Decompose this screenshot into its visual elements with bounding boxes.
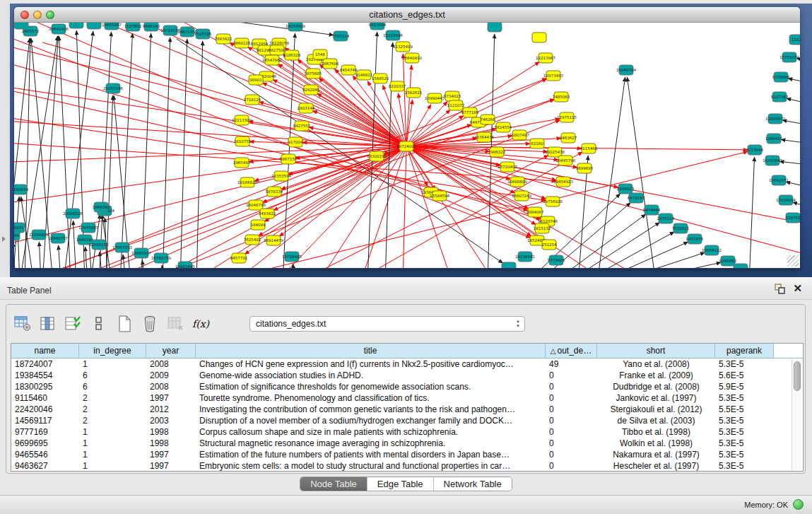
row-height-icon[interactable]: [90, 315, 108, 333]
graph-node-teal[interactable]: 10958107: [131, 248, 151, 258]
graph-node-yellow[interactable]: 9457791: [230, 253, 248, 263]
graph-node-teal[interactable]: 9329966: [772, 72, 790, 82]
graph-node-teal[interactable]: 1527602: [124, 23, 142, 31]
graph-node-yellow[interactable]: 16640910: [402, 53, 422, 63]
graph-node-teal[interactable]: 8471676: [686, 234, 704, 244]
graph-node-teal[interactable]: [734, 264, 748, 268]
graph-node-teal[interactable]: 10655287: [102, 23, 122, 30]
graph-node-yellow[interactable]: 12213967: [536, 53, 555, 63]
graph-node-teal[interactable]: 2160659: [14, 185, 29, 194]
graph-node-teal[interactable]: [87, 23, 101, 29]
graph-node-teal[interactable]: 10923445: [175, 262, 195, 268]
graph-node-yellow[interactable]: 9242845: [302, 85, 320, 95]
graph-node-teal[interactable]: 12505115: [89, 240, 109, 250]
graph-node-yellow[interactable]: 10990443: [425, 93, 445, 103]
tab-node-table[interactable]: Node Table: [300, 477, 367, 491]
graph-node-yellow[interactable]: 1815132: [534, 223, 551, 233]
graph-node-yellow[interactable]: 16543982: [262, 55, 282, 65]
graph-node-yellow[interactable]: 10688609: [507, 177, 527, 187]
graph-node-yellow[interactable]: 1121072: [447, 100, 465, 110]
graph-node-teal[interactable]: 12093872: [765, 114, 785, 124]
graph-node-teal[interactable]: 7557224: [332, 31, 350, 41]
graph-node-teal[interactable]: 12975887: [78, 223, 98, 233]
graph-node-yellow[interactable]: 62160: [530, 139, 544, 148]
table-select-dropdown[interactable]: citations_edges.txt ▲▼: [249, 316, 525, 332]
graph-node-teal[interactable]: 15716485: [282, 252, 302, 262]
new-document-icon[interactable]: [115, 315, 134, 333]
graph-node-yellow[interactable]: 1810755: [234, 136, 252, 146]
table-row[interactable]: 977716911998Corpus callosum shape and si…: [11, 426, 803, 438]
graph-node-teal[interactable]: 20206526: [63, 209, 83, 218]
graph-node-yellow[interactable]: 9884067: [526, 207, 544, 217]
graph-node-yellow[interactable]: 1568520: [372, 74, 389, 83]
table-row[interactable]: 969969511998Structural magnetic resonanc…: [11, 438, 803, 449]
graph-node-yellow[interactable]: 8427552: [293, 121, 311, 131]
graph-node-teal[interactable]: 15692971: [769, 175, 789, 185]
graph-node-yellow[interactable]: 19166825: [237, 177, 257, 187]
column-header-name[interactable]: name: [11, 344, 79, 358]
graph-node-teal[interactable]: 12942757: [48, 233, 68, 243]
graph-node-yellow[interactable]: 7625402: [244, 235, 261, 245]
graph-node-yellow[interactable]: 5867150: [280, 154, 298, 164]
graph-node-yellow[interactable]: 7485063: [553, 92, 570, 102]
graph-node-teal[interactable]: 16033809: [286, 23, 305, 31]
graph-node-yellow[interactable]: 917004: [288, 137, 303, 147]
graph-node-yellow[interactable]: 98901: [249, 75, 263, 85]
memory-status-icon[interactable]: [793, 499, 804, 510]
tab-network-table[interactable]: Network Table: [434, 477, 512, 491]
graph-node-teal[interactable]: 9227343: [771, 92, 789, 102]
graph-node-teal[interactable]: 10654112: [702, 245, 722, 255]
graph-node-teal[interactable]: 18136141: [515, 252, 535, 262]
graph-node-teal[interactable]: 9733426: [548, 255, 565, 265]
graph-node-yellow[interactable]: 746266: [481, 115, 495, 124]
table-row[interactable]: 2242004622012Investigating the contribut…: [11, 404, 803, 415]
graph-node-teal[interactable]: 20691406: [49, 24, 69, 34]
graph-node-yellow[interactable]: 20364436: [474, 132, 494, 142]
graph-node-yellow[interactable]: 7986322: [488, 147, 506, 157]
graph-node-teal[interactable]: 15751074: [779, 52, 799, 62]
graph-node-teal[interactable]: 7632621: [672, 223, 690, 233]
graph-node-yellow[interactable]: 12975115: [557, 112, 577, 122]
table-row[interactable]: 911546021997Tourette syndrome. Phenomeno…: [11, 392, 803, 404]
graph-node-yellow[interactable]: 18724007: [396, 141, 416, 151]
graph-node-teal[interactable]: 1868392: [93, 202, 110, 212]
column-header-pagerank[interactable]: pagerank: [715, 344, 774, 358]
graph-node-yellow[interactable]: 10973493: [543, 71, 563, 81]
graph-node-teal[interactable]: 8813054: [369, 23, 387, 30]
graph-node-yellow[interactable]: 19654923: [553, 177, 573, 187]
function-builder-icon[interactable]: f(x): [192, 315, 210, 333]
graph-node-yellow[interactable]: 2803144: [298, 103, 315, 113]
graph-node-teal[interactable]: 7515526: [194, 29, 212, 39]
graph-node-teal[interactable]: 1244415: [765, 134, 783, 144]
select-rows-icon[interactable]: [64, 315, 83, 333]
graph-node-yellow[interactable]: 1562615: [405, 88, 423, 98]
graph-node-teal[interactable]: [502, 262, 516, 268]
graph-node-yellow[interactable]: 6734023: [444, 91, 461, 101]
vertical-scrollbar[interactable]: [792, 359, 802, 470]
graph-node-yellow[interactable]: 164099: [251, 220, 266, 230]
graph-node-yellow[interactable]: 252254: [542, 240, 557, 250]
graph-node-teal[interactable]: 6879197: [628, 193, 645, 203]
table-row[interactable]: 1872400712008Changes of HCN gene express…: [11, 358, 803, 370]
table-row[interactable]: 1456911722003Disruption of a novel membe…: [11, 415, 803, 426]
table-row[interactable]: 946362711997Embryonic stem cells: a mode…: [11, 460, 803, 472]
graph-node-teal[interactable]: [488, 23, 502, 32]
table-mode-icon[interactable]: [13, 315, 32, 333]
graph-node-yellow[interactable]: 5878334: [266, 187, 283, 197]
network-nodes[interactable]: 2405572206914061065528715276028466160107…: [14, 23, 800, 268]
table-row[interactable]: 1938455462009Genome-wide association stu…: [11, 370, 803, 381]
delete-icon[interactable]: [141, 315, 159, 333]
float-panel-icon[interactable]: [775, 284, 785, 294]
graph-node-yellow[interactable]: 7663822: [215, 34, 233, 44]
graph-node-teal[interactable]: 11156829: [29, 230, 49, 240]
column-header-title[interactable]: title: [196, 344, 546, 358]
graph-node-yellow[interactable]: 18807249: [512, 191, 531, 201]
graph-node-yellow[interactable]: 12353594: [271, 171, 291, 181]
graph-node-yellow[interactable]: 11325419: [393, 42, 413, 52]
graph-node-teal[interactable]: 9474444: [643, 205, 661, 215]
column-header-out_de[interactable]: △out_de…: [546, 344, 597, 358]
column-header-in_degree[interactable]: in_degree: [79, 344, 146, 358]
graph-node-teal[interactable]: 2405572: [22, 26, 40, 36]
graph-node-yellow[interactable]: 3493822: [259, 209, 276, 218]
panel-expand-handle[interactable]: [2, 236, 6, 242]
